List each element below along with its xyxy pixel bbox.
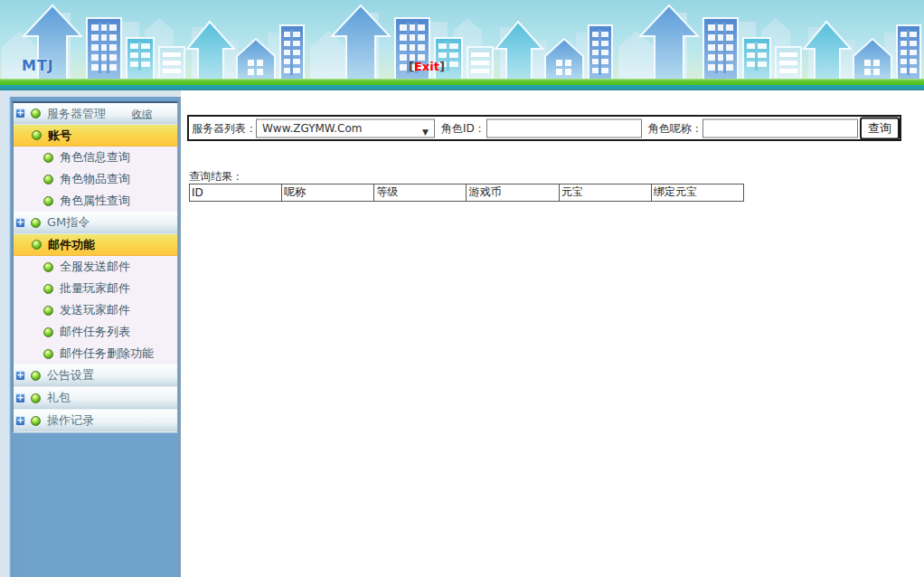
status-orb-icon: [43, 327, 53, 337]
status-orb-icon: [31, 393, 41, 403]
status-orb-icon: [31, 218, 41, 228]
sidebar-item-label: 角色物品查询: [60, 171, 130, 187]
status-orb-icon: [43, 153, 53, 163]
status-orb-icon: [43, 175, 53, 184]
query-form: 服务器列表： Www.ZGYMW.Com ▼ 角色ID： 角色呢称： 查询: [187, 115, 901, 141]
results-header-row: ID呢称等级游戏币元宝绑定元宝: [190, 184, 744, 202]
city-skyline-banner: MTJ [Exit]: [0, 0, 924, 90]
server-list-label: 服务器列表：: [192, 120, 257, 136]
status-orb-icon: [43, 306, 53, 316]
results-column-header: 元宝: [559, 184, 651, 202]
sidebar-item-label: 角色信息查询: [60, 149, 130, 166]
search-button[interactable]: 查询: [860, 117, 900, 139]
sidebar-item-mail-batch-players[interactable]: 批量玩家邮件: [14, 278, 177, 299]
sidebar-item-mail-send-all[interactable]: 全服发送邮件: [14, 256, 177, 278]
status-orb-icon: [43, 196, 53, 206]
status-orb-icon: [43, 349, 53, 359]
sidebar-item-label: 邮件任务删除功能: [60, 345, 154, 362]
site-logo: MTJ: [22, 57, 54, 74]
sidebar-item-mail-task-list[interactable]: 邮件任务列表: [14, 321, 177, 343]
exit-bracket-right: ]: [439, 60, 445, 73]
sidebar-item-label: 邮件功能: [48, 237, 95, 253]
sidebar-item-label: 礼包: [47, 390, 71, 406]
status-orb-icon: [43, 262, 53, 272]
role-id-label: 角色ID：: [441, 120, 486, 136]
status-orb-icon: [32, 130, 42, 140]
results-table: ID呢称等级游戏币元宝绑定元宝: [189, 184, 744, 202]
expand-plus-icon[interactable]: +: [15, 218, 25, 228]
sidebar-item-label: 服务器管理: [47, 106, 106, 122]
expand-plus-icon[interactable]: +: [15, 371, 25, 381]
expand-plus-icon[interactable]: +: [15, 109, 25, 118]
status-orb-icon: [31, 416, 41, 426]
results-column-header: ID: [190, 184, 282, 202]
exit-link[interactable]: [Exit]: [409, 60, 445, 73]
role-name-input[interactable]: [702, 118, 858, 137]
main-content: 服务器列表： Www.ZGYMW.Com ▼ 角色ID： 角色呢称： 查询 查询…: [181, 90, 924, 577]
status-orb-icon: [43, 284, 53, 294]
sidebar-item-role-item-query[interactable]: 角色物品查询: [14, 168, 177, 190]
results-label: 查询结果：: [189, 169, 243, 184]
sidebar-item-role-info-query[interactable]: 角色信息查询: [14, 147, 177, 168]
sidebar-item-label: 公告设置: [47, 367, 94, 383]
status-orb-icon: [31, 371, 41, 381]
sidebar-item-label: 操作记录: [47, 412, 94, 429]
results-column-header: 呢称: [282, 184, 374, 202]
expand-plus-icon[interactable]: +: [15, 393, 25, 403]
select-arrow-icon: ▼: [422, 123, 429, 140]
sidebar-item-label: 全服发送邮件: [60, 259, 130, 275]
sidebar-menu: +服务器管理收缩账号角色信息查询角色物品查询角色属性查询+GM指令邮件功能全服发…: [12, 101, 178, 433]
sidebar-item-label: 邮件任务列表: [60, 324, 130, 340]
sidebar-item-gift-package[interactable]: +礼包: [14, 387, 177, 410]
role-name-label: 角色呢称：: [648, 120, 702, 136]
sidebar-item-operation-log[interactable]: +操作记录: [14, 410, 177, 432]
status-orb-icon: [31, 109, 41, 118]
sidebar-item-role-attr-query[interactable]: 角色属性查询: [14, 190, 177, 212]
server-select[interactable]: Www.ZGYMW.Com ▼: [256, 118, 435, 137]
sidebar-item-gm-command[interactable]: +GM指令: [14, 212, 177, 234]
sidebar-item-mail-function[interactable]: 邮件功能: [14, 234, 177, 256]
collapse-link[interactable]: 收缩: [132, 107, 152, 120]
sidebar-item-label: 账号: [48, 128, 71, 144]
results-column-header: 等级: [374, 184, 467, 202]
server-select-value: Www.ZGYMW.Com: [262, 121, 363, 134]
exit-label: Exit: [414, 60, 439, 73]
sidebar-item-announcement-settings[interactable]: +公告设置: [14, 364, 177, 387]
sidebar-item-label: 批量玩家邮件: [60, 280, 130, 297]
results-column-header: 绑定元宝: [651, 184, 743, 202]
sidebar: +服务器管理收缩账号角色信息查询角色物品查询角色属性查询+GM指令邮件功能全服发…: [0, 90, 181, 577]
sidebar-item-mail-send-player[interactable]: 发送玩家邮件: [14, 299, 177, 321]
results-column-header: 游戏币: [467, 184, 559, 202]
sidebar-item-server-management[interactable]: +服务器管理收缩: [14, 103, 177, 125]
sidebar-item-label: 发送玩家邮件: [60, 302, 130, 318]
role-id-input[interactable]: [486, 118, 642, 137]
sidebar-item-label: GM指令: [47, 214, 90, 231]
sidebar-item-mail-task-delete[interactable]: 邮件任务删除功能: [14, 343, 177, 364]
status-orb-icon: [32, 240, 42, 250]
sidebar-item-label: 角色属性查询: [60, 193, 130, 209]
sidebar-item-account[interactable]: 账号: [14, 125, 177, 147]
expand-plus-icon[interactable]: +: [15, 416, 25, 426]
